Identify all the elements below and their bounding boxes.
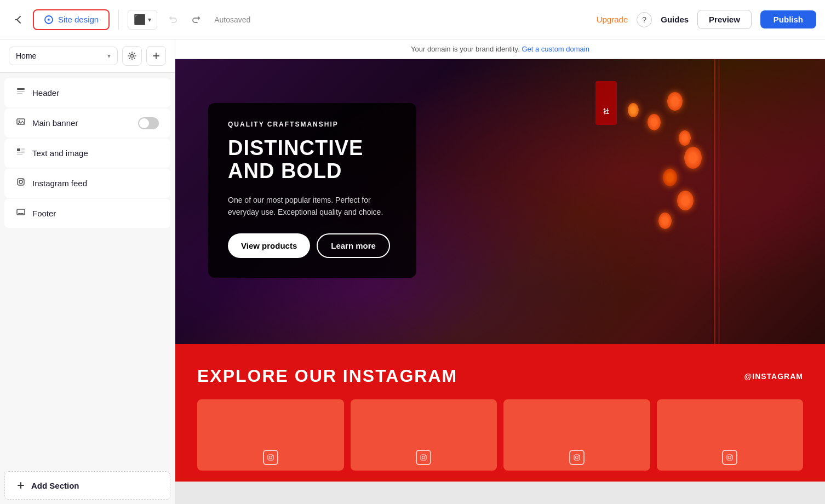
divider-1: [118, 10, 119, 30]
upgrade-link[interactable]: Upgrade: [597, 15, 628, 24]
instagram-card-icon-2: [416, 450, 431, 465]
section-list: Header Main banner: [0, 73, 175, 467]
header-icon: [16, 87, 26, 99]
top-bar-left: Site design: [9, 9, 110, 30]
add-section-label: Add Section: [31, 481, 79, 490]
instagram-header: EXPLORE OUR INSTAGRAM @INSTAGRAM: [197, 366, 803, 386]
text-and-image-icon: [16, 147, 26, 159]
lantern-8: [658, 213, 672, 229]
svg-point-31: [578, 455, 579, 456]
main-area: Home ▾: [0, 39, 825, 504]
lantern-1: [667, 92, 683, 111]
svg-point-2: [48, 19, 50, 20]
main-banner-toggle[interactable]: [138, 117, 159, 129]
svg-point-33: [729, 456, 731, 459]
main-banner-toggle-area: [138, 117, 159, 129]
site-preview: 社 QUALITY CRAFTSMANSHIP DISTINCTIVE AND …: [175, 59, 825, 504]
svg-point-3: [131, 55, 134, 58]
sidebar: Home ▾: [0, 39, 175, 504]
svg-rect-14: [17, 152, 25, 153]
device-selector[interactable]: ⬛ ▾: [128, 10, 157, 30]
hero-content-box: QUALITY CRAFTSMANSHIP DISTINCTIVE AND BO…: [208, 103, 416, 278]
device-chevron-icon: ▾: [148, 16, 151, 24]
lantern-5: [684, 147, 702, 169]
sidebar-item-main-banner[interactable]: Main banner: [4, 108, 170, 138]
hero-title: DISTINCTIVE AND BOLD: [228, 137, 397, 183]
header-label: Header: [32, 88, 59, 98]
top-bar: Site design ⬛ ▾ Autosaved Upgrade ? Guid…: [0, 0, 825, 39]
add-section-button[interactable]: Add Section: [4, 471, 170, 500]
sidebar-item-header[interactable]: Header: [4, 78, 170, 107]
svg-rect-12: [21, 148, 25, 150]
text-and-image-label: Text and image: [32, 148, 88, 158]
svg-point-10: [19, 121, 20, 122]
preview-button[interactable]: Preview: [697, 10, 752, 29]
main-banner-label: Main banner: [32, 118, 78, 128]
history-buttons: [164, 10, 205, 30]
sidebar-header: Home ▾: [0, 39, 175, 73]
svg-point-27: [422, 456, 425, 459]
sidebar-item-text-and-image[interactable]: Text and image: [4, 139, 170, 168]
svg-rect-20: [18, 213, 24, 214]
lantern-7: [677, 191, 694, 210]
view-products-button[interactable]: View products: [228, 233, 310, 258]
svg-rect-15: [17, 154, 22, 155]
svg-point-25: [272, 455, 273, 456]
instagram-card-3[interactable]: [503, 399, 650, 471]
svg-rect-7: [17, 91, 25, 92]
monitor-icon: ⬛: [134, 14, 146, 26]
add-page-button[interactable]: [146, 46, 166, 66]
help-button[interactable]: ?: [637, 12, 652, 27]
top-bar-right: Upgrade ? Guides Preview Publish: [597, 10, 816, 29]
main-banner-icon: [16, 117, 26, 129]
page-name: Home: [16, 51, 36, 60]
hero-description: One of our most popular items. Perfect f…: [228, 194, 397, 219]
vertical-accent: [714, 59, 715, 344]
svg-point-17: [19, 180, 22, 184]
footer-icon: [16, 207, 26, 220]
instagram-card-icon-1: [263, 450, 278, 465]
instagram-title: EXPLORE OUR INSTAGRAM: [197, 366, 457, 386]
page-settings-button[interactable]: [122, 46, 142, 66]
svg-rect-8: [17, 93, 22, 94]
instagram-grid: [197, 399, 803, 471]
instagram-feed-icon: [16, 177, 26, 190]
svg-rect-13: [21, 151, 25, 152]
instagram-card-4[interactable]: [657, 399, 804, 471]
page-chevron-icon: ▾: [107, 52, 111, 60]
svg-rect-11: [17, 148, 20, 151]
instagram-card-icon-4: [722, 450, 737, 465]
guides-button[interactable]: Guides: [661, 15, 689, 24]
help-icon: ?: [642, 15, 646, 24]
svg-point-18: [22, 179, 24, 180]
instagram-section: EXPLORE OUR INSTAGRAM @INSTAGRAM: [175, 344, 825, 482]
learn-more-button[interactable]: Learn more: [317, 233, 390, 258]
publish-button[interactable]: Publish: [760, 10, 816, 28]
hero-section: 社 QUALITY CRAFTSMANSHIP DISTINCTIVE AND …: [175, 59, 825, 344]
hero-subtitle: QUALITY CRAFTSMANSHIP: [228, 121, 397, 128]
page-selector[interactable]: Home ▾: [9, 47, 118, 65]
instagram-handle: @INSTAGRAM: [744, 372, 803, 381]
exit-button[interactable]: [9, 10, 28, 30]
canvas-area: Your domain is your brand identity. Get …: [175, 39, 825, 504]
get-custom-domain-link[interactable]: Get a custom domain: [522, 45, 589, 53]
instagram-card-2[interactable]: [351, 399, 497, 471]
sidebar-item-instagram-feed[interactable]: Instagram feed: [4, 169, 170, 198]
lantern-4: [628, 103, 639, 117]
autosaved-status: Autosaved: [214, 15, 250, 24]
instagram-card-1[interactable]: [197, 399, 344, 471]
domain-bar-text: Your domain is your brand identity.: [411, 45, 520, 53]
redo-button[interactable]: [186, 10, 205, 30]
sidebar-item-footer[interactable]: Footer: [4, 199, 170, 228]
domain-bar: Your domain is your brand identity. Get …: [175, 39, 825, 59]
instagram-card-icon-3: [569, 450, 585, 465]
instagram-feed-label: Instagram feed: [32, 179, 87, 188]
svg-point-24: [269, 456, 272, 459]
signage: 社: [595, 81, 617, 125]
lantern-6: [663, 169, 677, 186]
undo-button[interactable]: [164, 10, 184, 30]
site-design-button[interactable]: Site design: [33, 9, 110, 30]
lantern-3: [679, 130, 691, 146]
footer-label: Footer: [32, 209, 56, 218]
svg-point-28: [425, 455, 426, 456]
